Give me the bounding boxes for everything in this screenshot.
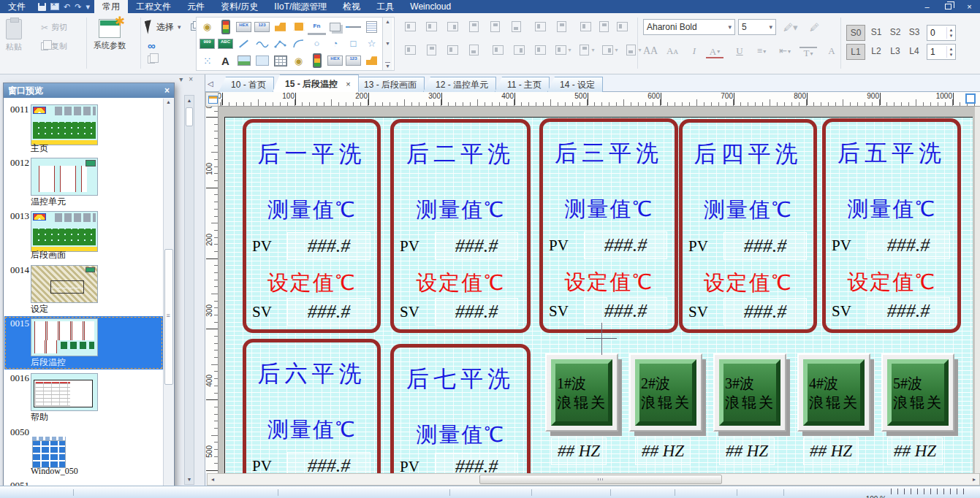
hz-display-3[interactable]: ## HZ — [719, 437, 775, 465]
menu-tab-view[interactable]: 检视 — [335, 0, 368, 13]
center-vertical-icon[interactable] — [553, 19, 569, 34]
cut-button[interactable]: ✂ 剪切 — [41, 22, 67, 33]
hex-display-icon[interactable]: HEX — [235, 18, 253, 35]
underline-icon[interactable]: U — [731, 44, 748, 58]
pv-value-display[interactable]: ###.# — [435, 453, 518, 473]
dock-scroll-thumb[interactable] — [186, 107, 193, 126]
hz-display-4[interactable]: ## HZ — [803, 437, 859, 465]
pv-value-display[interactable]: ###.# — [723, 232, 807, 260]
menu-tab-common[interactable]: 常用 — [94, 0, 128, 13]
indent-icon[interactable]: ⇤ — [776, 44, 794, 58]
circle-tool-icon[interactable]: ○ — [308, 35, 326, 52]
align-middle-icon[interactable] — [487, 19, 503, 34]
docked-panel-close-icon[interactable]: × — [189, 75, 193, 83]
font-family-dropdown-icon[interactable]: ▾ — [728, 23, 732, 31]
star-tool-icon[interactable]: ☆ — [362, 35, 381, 52]
align-bottom-icon[interactable] — [508, 19, 524, 34]
select-tool-button[interactable]: 选择 ▾ — [146, 20, 200, 34]
freeform-tool-icon[interactable] — [253, 35, 271, 52]
sv-value-input[interactable]: ###.# — [867, 297, 950, 325]
text-style-icon[interactable]: A — [823, 44, 840, 58]
word-lamp-icon[interactable] — [271, 18, 289, 35]
list-item-0012[interactable]: 0012 温控单元 — [4, 156, 163, 209]
state-s3-button[interactable]: S3 — [905, 25, 924, 41]
hz-display-2[interactable]: ## HZ — [635, 437, 691, 465]
align-top-icon[interactable] — [466, 19, 482, 34]
tab-window-12[interactable]: 12 - 温控单元 — [423, 77, 496, 92]
tab-scroll-left-icon[interactable]: ◁ — [208, 80, 213, 88]
format-painter-icon[interactable]: 🖉▾ — [783, 22, 798, 33]
hz-display-1[interactable]: ## HZ — [551, 437, 607, 465]
temp-panel-6[interactable]: 后六平洗 测量值℃ PV###.# — [243, 339, 381, 473]
paste-button[interactable]: 粘贴 — [6, 19, 22, 53]
slider-icon[interactable] — [344, 18, 362, 35]
same-height-icon[interactable] — [423, 42, 439, 57]
palette-expand-icon[interactable]: ▼ — [385, 62, 390, 69]
menu-tab-weincloud[interactable]: Weincloud — [402, 0, 459, 13]
quick-access-dropdown-icon[interactable]: ▾ — [86, 0, 90, 13]
wave-roller-button-2[interactable]: 2#波浪辊关 — [629, 353, 702, 432]
numeric-display-icon[interactable]: 123 — [253, 18, 271, 35]
align-text-icon[interactable]: ≡ — [753, 44, 770, 58]
language-l3-button[interactable]: L3 — [886, 44, 905, 60]
sv-value-input[interactable]: ###.# — [723, 298, 807, 326]
align-center-h-icon[interactable] — [423, 19, 439, 34]
font-color-icon[interactable]: A — [706, 47, 723, 58]
close-button[interactable]: × — [959, 0, 980, 13]
temp-panel-5[interactable]: 后五平洗 测量值℃ PV###.# 设定值℃ SV###.# — [822, 118, 961, 333]
numeric-display-2-icon[interactable]: 123 — [344, 53, 362, 69]
flip-icon[interactable] — [626, 42, 642, 57]
window-thumbnail[interactable] — [31, 373, 98, 411]
redo-icon[interactable]: ↷ — [75, 0, 81, 13]
font-family-select[interactable]: Aharoni Bold ▾ — [643, 19, 735, 35]
menu-tab-data-history[interactable]: 资料/历史 — [213, 0, 266, 13]
minimize-button[interactable]: – — [916, 0, 938, 13]
docked-panel-dropdown-icon[interactable]: ▾ — [179, 75, 183, 83]
hmi-canvas[interactable]: 后一平洗 测量值℃ PV###.# 设定值℃ SV###.# 后二平洗 测量值℃… — [224, 117, 973, 473]
undo-icon[interactable]: ↶ — [64, 0, 70, 13]
line-tool-icon[interactable] — [235, 35, 253, 52]
send-back-icon[interactable] — [579, 42, 595, 57]
hex-display-2-icon[interactable]: HEX — [326, 53, 344, 69]
space-evenly-h-icon[interactable] — [577, 19, 593, 34]
tab-close-icon[interactable]: × — [346, 80, 350, 88]
select-dropdown-icon[interactable]: ▾ — [178, 23, 181, 31]
state-s2-button[interactable]: S2 — [886, 25, 905, 41]
palette-scroll-up-icon[interactable]: ▲ — [385, 18, 390, 25]
xy-position-icon[interactable] — [614, 19, 630, 34]
align-left-icon[interactable] — [402, 19, 418, 34]
window-preview-scrollbar[interactable]: ▲ ▼ — [163, 99, 173, 490]
window-thumbnail[interactable] — [31, 158, 98, 196]
language-spinner[interactable]: 1 ▲▼ — [927, 44, 956, 60]
language-l2-button[interactable]: L2 — [867, 44, 886, 60]
list-item-0015-selected[interactable]: 0015 后段温控 — [4, 316, 163, 369]
list-item-0011[interactable]: 0011 主页 — [4, 102, 163, 156]
wave-roller-button-5[interactable]: 5#波浪辊关 — [881, 353, 954, 432]
list-item-0014[interactable]: 0014 设定 — [4, 263, 163, 316]
horizontal-scrollbar[interactable]: ◂ ▸ — [207, 473, 980, 486]
group-icon[interactable] — [490, 42, 506, 57]
999-display-icon[interactable]: 999 — [198, 35, 216, 52]
preview-scroll-up-icon[interactable]: ▲ — [166, 99, 171, 104]
sv-value-input[interactable]: ###.# — [584, 297, 667, 325]
menu-file[interactable]: 文件 — [0, 0, 34, 13]
temp-panel-1[interactable]: 后一平洗 测量值℃ PV###.# 设定值℃ SV###.# — [243, 119, 381, 333]
grow-font-icon[interactable]: AA — [642, 44, 659, 58]
list-item-0013[interactable]: 0013 后段画面 — [4, 209, 163, 262]
italic-icon[interactable]: I — [685, 44, 703, 58]
format-painter-text-icon[interactable]: 🖉 — [810, 22, 819, 33]
pie-tool-icon[interactable]: ◔ — [326, 35, 344, 52]
bit-lamp-icon[interactable] — [198, 18, 216, 35]
dock-scroll-down-icon[interactable]: ▼ — [185, 475, 194, 484]
tab-window-13[interactable]: 13 - 后段画面 — [352, 77, 425, 92]
palette-scroll-down-icon[interactable]: ▼ — [385, 40, 390, 47]
temp-panel-3[interactable]: 后三平洗 测量值℃ PV###.# 设定值℃ SV###.# — [539, 118, 678, 333]
save-icon[interactable] — [38, 3, 46, 11]
temp-panel-7[interactable]: 后七平洗 测量值℃ PV###.# — [390, 344, 531, 473]
vertical-scrollbar[interactable] — [974, 107, 980, 473]
window-thumbnail[interactable] — [31, 265, 98, 303]
space-evenly-v-icon[interactable] — [596, 19, 612, 34]
word-lamp-2-icon[interactable] — [362, 53, 381, 69]
window-object-icon[interactable] — [326, 18, 344, 35]
pv-value-display[interactable]: ###.# — [287, 452, 371, 473]
